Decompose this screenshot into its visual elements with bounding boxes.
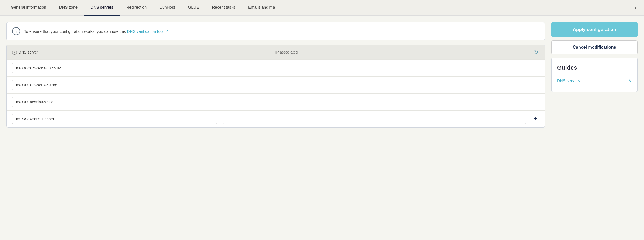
tab-dynhost[interactable]: DynHost [153, 0, 182, 16]
dns-ip-input-3[interactable] [228, 97, 539, 107]
dns-server-input-4[interactable] [12, 114, 217, 124]
tab-dns-servers[interactable]: DNS servers [84, 0, 120, 16]
tab-general-information[interactable]: General information [4, 0, 53, 16]
info-banner-text: To ensure that your configuration works,… [24, 29, 169, 34]
dns-ip-input-2[interactable] [228, 80, 539, 90]
dns-ip-input-4[interactable] [223, 114, 526, 124]
dns-ip-input-1[interactable] [228, 63, 539, 73]
external-link-icon: ↗ [166, 29, 169, 33]
tab-dns-zone[interactable]: DNS zone [53, 0, 84, 16]
content-area: i To ensure that your configuration work… [6, 22, 545, 128]
dns-row: + [7, 110, 545, 127]
sidebar: Apply configuration Cancel modifications… [551, 22, 638, 128]
dns-server-info-icon: i [12, 50, 17, 55]
tab-bar: General information DNS zone DNS servers… [0, 0, 644, 16]
tab-recent-tasks[interactable]: Recent tasks [205, 0, 242, 16]
tab-redirection[interactable]: Redirection [120, 0, 153, 16]
dns-table-header: i DNS server IP associated ↻ [7, 45, 545, 59]
dns-server-input-1[interactable] [12, 63, 222, 73]
dns-table: i DNS server IP associated ↻ [6, 45, 545, 128]
main-layout: i To ensure that your configuration work… [0, 16, 644, 134]
info-banner-text-before: To ensure that your configuration works,… [24, 29, 127, 34]
guides-box: Guides DNS servers ∨ [551, 58, 638, 92]
guides-title: Guides [557, 64, 632, 71]
dns-row [7, 76, 545, 93]
dns-verification-tool-link[interactable]: DNS verification tool. ↗ [127, 29, 169, 34]
dns-row [7, 93, 545, 110]
dns-server-column-header: i DNS server [12, 50, 268, 55]
tab-glue[interactable]: GLUE [182, 0, 206, 16]
dns-verification-link-text: DNS verification tool. [127, 29, 165, 34]
dns-server-input-3[interactable] [12, 97, 222, 107]
dns-server-input-2[interactable] [12, 80, 222, 90]
dns-server-label: DNS server [19, 50, 38, 54]
tab-more-button[interactable]: › [632, 0, 640, 15]
apply-configuration-button[interactable]: Apply configuration [551, 22, 638, 37]
refresh-button[interactable]: ↻ [533, 48, 539, 56]
add-dns-row-button[interactable]: + [531, 114, 539, 123]
guides-dns-servers-item[interactable]: DNS servers ∨ [557, 76, 632, 85]
info-banner-icon: i [12, 27, 20, 35]
dns-row [7, 59, 545, 76]
guides-dns-servers-label: DNS servers [557, 78, 580, 83]
guides-dns-servers-chevron-icon: ∨ [629, 78, 632, 83]
tab-emails-and-more[interactable]: Emails and ma [242, 0, 281, 16]
cancel-modifications-button[interactable]: Cancel modifications [551, 40, 638, 54]
ip-associated-column-header: IP associated [270, 50, 531, 54]
info-banner: i To ensure that your configuration work… [6, 22, 545, 40]
